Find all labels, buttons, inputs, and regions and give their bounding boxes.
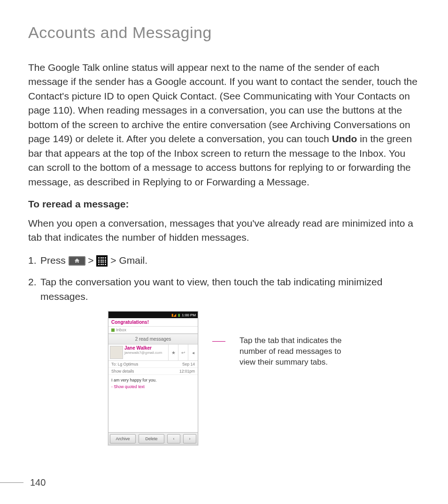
label-text: Inbox [116,328,126,332]
reply-icon[interactable]: ↩ [178,344,188,360]
intro-paragraph: The Google Talk online status will appea… [28,61,420,189]
step1-sep2: > [110,255,119,266]
step-1: Press > > Gmail. [28,253,420,267]
undo-bold: Undo [332,133,357,144]
status-bar: ▮◢ ▮ 1:00 PM [108,312,198,318]
home-key-icon [69,256,85,266]
bottom-bar: Archive Delete ‹ › [108,432,198,445]
reread-subhead: To reread a message: [28,199,420,210]
page-title: Accounts and Messaging [28,23,420,42]
prev-button[interactable]: ‹ [167,434,180,443]
step-2: Tap the conversation you want to view, t… [28,275,420,304]
read-messages-tab[interactable]: 2 read messages [108,334,198,344]
sender-name: Jane Walker [124,345,168,351]
reread-intro: When you open a conversation, messages t… [28,216,420,245]
page-number: 140 [30,477,46,488]
phone-screenshot: ▮◢ ▮ 1:00 PM Congratulations! Inbox 2 re… [108,311,198,445]
meta-row-2: Show details 12:01pm [108,368,198,375]
next-button[interactable]: › [183,434,196,443]
subject-bar: Congratulations! [108,318,198,327]
intro-text-a: The Google Talk online status will appea… [28,62,417,144]
body-text: I am very happy for you. [111,378,195,382]
archive-button[interactable]: Archive [110,434,136,443]
sender-email: janewalk7@gmail.com [124,351,168,355]
step1-end: . [145,255,147,266]
avatar[interactable] [110,346,123,359]
gmail-bold: Gmail [119,255,145,266]
battery-icon: ▮ [178,313,180,317]
show-quoted[interactable]: - Show quoted text [111,384,195,389]
step1-sep1: > [88,255,96,266]
msg-time: 12:01pm [179,369,195,374]
more-icon[interactable]: ◂ [188,344,198,360]
msg-date: Sep 14 [182,362,195,367]
apps-grid-icon [96,255,108,267]
callout-text: Tap the tab that indicates the number of… [239,336,357,368]
status-time: 1:00 PM [182,313,196,317]
page-number-rule [0,482,23,483]
show-details[interactable]: Show details [111,369,134,374]
to-value: Lg Optimus [118,362,138,367]
sender-info: Jane Walker janewalk7@gmail.com [124,344,168,360]
label-row: Inbox [108,327,198,334]
to-label: To: [111,362,116,367]
figure-row: ▮◢ ▮ 1:00 PM Congratulations! Inbox 2 re… [108,311,420,445]
signal-icon: ▮◢ [171,313,176,317]
step1-text-a: Press [40,255,69,266]
sender-actions: ★ ↩ ◂ [168,344,198,360]
message-body: I am very happy for you. - Show quoted t… [108,375,198,432]
callout-line [212,341,225,342]
label-tag-icon [111,328,115,332]
page-number-wrap: 140 [0,477,46,488]
steps-list: Press > > Gmail. Tap the conversation yo… [28,253,420,304]
delete-button[interactable]: Delete [139,434,164,443]
star-icon[interactable]: ★ [168,344,178,360]
sender-block: Jane Walker janewalk7@gmail.com ★ ↩ ◂ [108,344,198,361]
meta-row-1: To: Lg Optimus Sep 14 [108,361,198,368]
